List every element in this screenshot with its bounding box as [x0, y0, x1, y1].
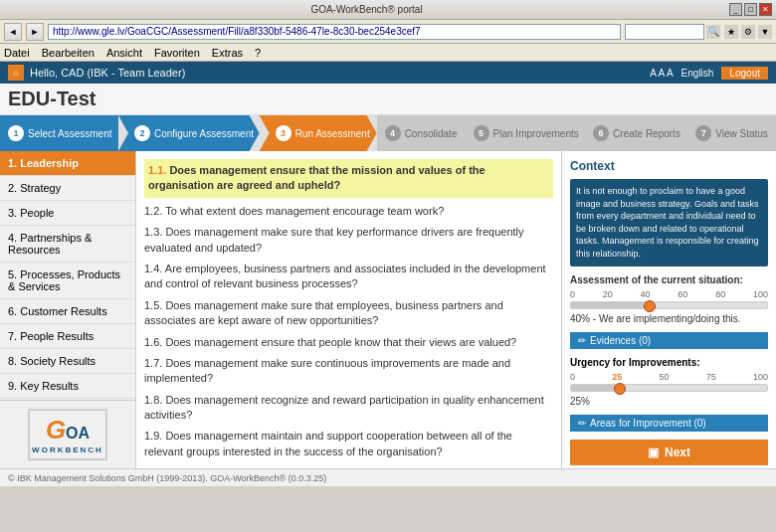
sidebar-6-num: 6. — [8, 305, 20, 317]
menu-bearbeiten[interactable]: Bearbeiten — [42, 47, 95, 59]
tab-view-status[interactable]: 7 View Status — [687, 115, 776, 151]
sidebar-9-num: 9. — [8, 380, 20, 392]
context-box: It is not enough to proclaim to have a g… — [570, 179, 768, 266]
question-1-1[interactable]: 1.1. Does management ensure that the mis… — [144, 159, 553, 198]
q1-7-id: 1.7. — [144, 357, 165, 369]
urgency-slider-thumb[interactable] — [614, 383, 626, 395]
header-right: A A A English Logout — [650, 67, 768, 80]
tab-6-number: 6 — [593, 125, 609, 141]
q1-5-id: 1.5. — [144, 299, 165, 311]
menu-favoriten[interactable]: Favoriten — [154, 47, 200, 59]
search-box[interactable] — [625, 24, 704, 40]
menu-help[interactable]: ? — [255, 47, 261, 59]
menu-bar: Datei Bearbeiten Ansicht Favoriten Extra… — [0, 44, 776, 62]
tab-5-number: 5 — [474, 125, 489, 141]
window-controls[interactable]: _ □ ✕ — [729, 3, 772, 16]
footer-text: © IBK Management Solutions GmbH (1999-20… — [8, 473, 326, 483]
tab-run-assessment[interactable]: 3 Run Assessment — [260, 115, 377, 151]
sidebar-3-num: 3. — [8, 207, 20, 219]
question-1-5[interactable]: 1.5. Does management make sure that empl… — [144, 298, 553, 329]
tab-select-assessment[interactable]: 1 Select Assessment — [0, 115, 118, 151]
tab-plan-improvements[interactable]: 5 Plan Improvements — [466, 115, 586, 151]
page-header: EDU-Test — [0, 84, 776, 115]
q1-9-id: 1.9. — [144, 430, 165, 442]
step-tabs: 1 Select Assessment 2 Configure Assessme… — [0, 115, 776, 151]
url-text: http://www.gle.lv/GoaCGC/Assessment/Fill… — [53, 26, 421, 37]
urgency-percent: 25% — [570, 396, 590, 407]
back-button[interactable]: ◄ — [4, 23, 22, 41]
slider-thumb[interactable] — [644, 300, 656, 312]
question-1-6[interactable]: 1.6. Does management ensure that people … — [144, 335, 553, 350]
font-size-label: A A A — [650, 68, 673, 79]
menu-ansicht[interactable]: Ansicht — [106, 47, 142, 59]
sidebar-item-people-results[interactable]: 7. People Results — [0, 324, 135, 349]
forward-button[interactable]: ► — [26, 23, 44, 41]
q1-10-id: 1.10. — [144, 466, 172, 468]
tab-7-number: 7 — [695, 125, 711, 141]
home-button[interactable]: ⌂ — [8, 65, 24, 81]
sidebar-6-label: Customer Results — [20, 305, 106, 317]
question-1-7[interactable]: 1.7. Does management make sure continuou… — [144, 356, 553, 387]
assessment-title: Assessment of the current situation: — [570, 274, 768, 285]
font-size-controls[interactable]: A A A — [650, 68, 673, 79]
tab-2-number: 2 — [134, 125, 150, 141]
tools-icon[interactable]: ⚙ — [741, 25, 755, 39]
sidebar-items: 1. Leadership 2. Strategy 3. People 4. P… — [0, 151, 135, 400]
tab-1-label: Select Assessment — [28, 128, 111, 139]
sidebar-wrapper: 1. Leadership 2. Strategy 3. People 4. P… — [0, 151, 135, 468]
evidences-button[interactable]: ✏ Evidences (0) — [570, 332, 768, 349]
bottom-bar: © IBK Management Solutions GmbH (1999-20… — [0, 468, 776, 486]
sidebar-item-processes[interactable]: 5. Processes, Products & Services — [0, 263, 135, 299]
sidebar-item-customer-results[interactable]: 6. Customer Results — [0, 299, 135, 324]
sidebar-item-leadership[interactable]: 1. Leadership — [0, 151, 135, 176]
question-1-2[interactable]: 1.2. To what extent does management enco… — [144, 204, 553, 219]
window-title: GOA-WorkBench® portal — [4, 4, 729, 15]
areas-button[interactable]: ✏ Areas for Improvement (0) — [570, 415, 768, 432]
main-layout: 1. Leadership 2. Strategy 3. People 4. P… — [0, 151, 776, 468]
slider-label-0: 0 — [570, 289, 575, 299]
language-selector[interactable]: English — [681, 68, 714, 79]
assessment-section: Assessment of the current situation: 0 2… — [570, 274, 768, 324]
maximize-button[interactable]: □ — [744, 3, 757, 16]
urgency-section: Urgency for Improvements: 0 25 50 75 100… — [570, 357, 768, 407]
sidebar-item-society-results[interactable]: 8. Society Results — [0, 349, 135, 374]
menu-datei[interactable]: Datei — [4, 47, 30, 59]
tab-configure-assessment[interactable]: 2 Configure Assessment — [118, 115, 260, 151]
sidebar-item-strategy[interactable]: 2. Strategy — [0, 176, 135, 201]
slider-label-40: 40 — [641, 289, 651, 299]
sidebar-item-key-results[interactable]: 9. Key Results — [0, 374, 135, 399]
sidebar-item-partnerships[interactable]: 4. Partnerships & Resources — [0, 226, 135, 263]
tab-create-reports[interactable]: 6 Create Reports — [585, 115, 687, 151]
assessment-slider-track[interactable] — [570, 301, 768, 309]
question-1-8[interactable]: 1.8. Does management recognize and rewar… — [144, 393, 553, 424]
minimize-button[interactable]: _ — [729, 3, 742, 16]
question-1-4[interactable]: 1.4. Are employees, business partners an… — [144, 262, 553, 292]
next-button[interactable]: ▣ Next — [570, 440, 768, 465]
close-button[interactable]: ✕ — [759, 3, 772, 16]
question-1-3[interactable]: 1.3. Does management make sure that key … — [144, 225, 553, 256]
q1-7-text: Does management make sure continuous imp… — [144, 357, 510, 384]
menu-extras[interactable]: Extras — [212, 47, 243, 59]
urgency-slider-track[interactable] — [570, 384, 768, 392]
favorites-icon[interactable]: ★ — [724, 25, 738, 39]
logout-button[interactable]: Logout — [721, 67, 768, 80]
goa-logo: G OA WORKBENCH — [28, 409, 107, 460]
question-1-9[interactable]: 1.9. Does management maintain and suppor… — [144, 429, 553, 459]
areas-pencil-icon: ✏ — [578, 418, 586, 429]
tab-3-label: Run Assessment — [295, 128, 370, 139]
sidebar-9-label: Key Results — [20, 380, 79, 392]
nav-bar: ◄ ► http://www.gle.lv/GoaCGC/Assessment/… — [0, 20, 776, 44]
address-bar[interactable]: http://www.gle.lv/GoaCGC/Assessment/Fill… — [48, 24, 621, 40]
tab-4-number: 4 — [385, 125, 401, 141]
sidebar-3-label: People — [20, 207, 54, 219]
context-box-text: It is not enough to proclaim to have a g… — [576, 185, 762, 261]
tab-consolidate[interactable]: 4 Consolidate — [377, 115, 466, 151]
gear-icon[interactable]: ▼ — [758, 25, 772, 39]
urgency-label-0: 0 — [570, 372, 575, 382]
urgency-value-text: 25% — [570, 396, 768, 407]
sidebar-item-people[interactable]: 3. People — [0, 201, 135, 226]
sidebar: 1. Leadership 2. Strategy 3. People 4. P… — [0, 151, 136, 468]
question-1-10[interactable]: 1.10. Does management make sure that rel… — [144, 465, 553, 468]
search-icon[interactable]: 🔍 — [706, 25, 720, 39]
q1-4-text: Are employees, business partners and ass… — [144, 263, 546, 289]
